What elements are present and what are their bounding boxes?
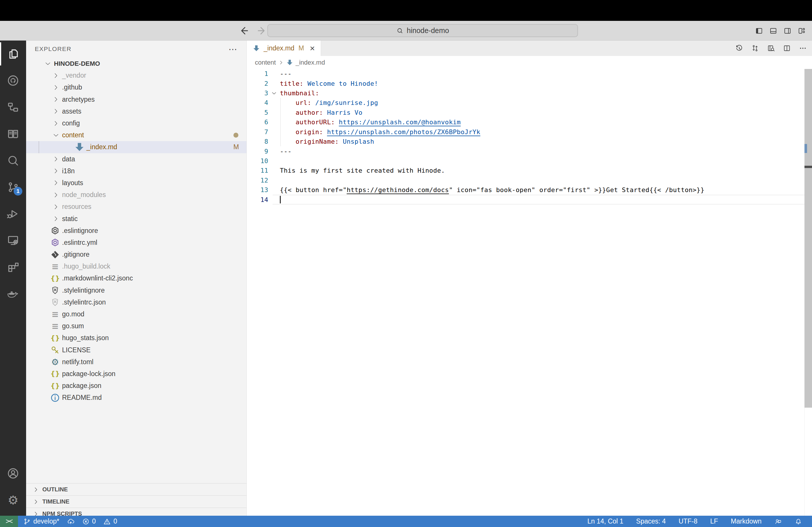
- tree-item-package-json[interactable]: {}package.json: [26, 380, 246, 392]
- fold-chevron-icon[interactable]: [271, 90, 277, 96]
- tree-item-static[interactable]: static: [26, 213, 246, 225]
- chevron-right-icon: [52, 84, 60, 91]
- tree-item--stylelintignore[interactable]: .stylelintignore: [26, 285, 246, 296]
- activitybar-account[interactable]: [0, 460, 26, 487]
- activitybar-github[interactable]: [0, 67, 26, 94]
- breadcrumb-folder[interactable]: content: [255, 59, 276, 66]
- breadcrumb-file[interactable]: _index.md: [295, 59, 325, 66]
- open-preview-icon[interactable]: [767, 44, 775, 52]
- tree-item-archetypes[interactable]: archetypes: [26, 94, 246, 105]
- tree-item--github[interactable]: .github: [26, 81, 246, 93]
- code-line-11[interactable]: 11This is my first site created with Hin…: [247, 166, 812, 175]
- code-line-14[interactable]: 14: [247, 195, 812, 204]
- code-line-5[interactable]: 5 author: Harris Vo: [247, 108, 812, 117]
- activitybar-settings-gear[interactable]: ⚙︎: [0, 487, 26, 513]
- command-center[interactable]: hinode-demo: [267, 24, 578, 37]
- tree-item-resources[interactable]: resources: [26, 201, 246, 213]
- toggle-secondary-sidebar-icon[interactable]: [784, 27, 792, 35]
- tree-item-readme-md[interactable]: README.md: [26, 392, 246, 404]
- code-line-4[interactable]: 4 url: /img/sunrise.jpg: [247, 98, 812, 107]
- activitybar-extensions[interactable]: [0, 254, 26, 281]
- tree-item-data[interactable]: data: [26, 153, 246, 165]
- code-editor[interactable]: 1---2title: Welcome to Hinode!3thumbnail…: [247, 69, 812, 516]
- history-icon[interactable]: [735, 44, 743, 52]
- tree-item-go-sum[interactable]: ≡go.sum: [26, 320, 246, 332]
- section-timeline[interactable]: TIMELINE: [26, 495, 246, 508]
- more-actions-icon[interactable]: [799, 44, 807, 52]
- tree-item--vendor[interactable]: _vendor: [26, 70, 246, 81]
- run-debug-icon: [7, 208, 19, 220]
- tab-index-md[interactable]: _index.md M ×: [247, 41, 321, 56]
- code-line-2[interactable]: 2title: Welcome to Hinode!: [247, 78, 812, 88]
- tree-item-hugo-stats-json[interactable]: {}hugo_stats.json: [26, 332, 246, 344]
- activitybar-search[interactable]: [0, 147, 26, 174]
- activitybar-docker[interactable]: [0, 281, 26, 307]
- tree-root-hinode-demo[interactable]: HINODE-DEMO: [26, 58, 246, 70]
- close-icon[interactable]: ×: [310, 44, 315, 53]
- tree-item--gitignore[interactable]: .gitignore: [26, 249, 246, 260]
- tree-item-layouts[interactable]: layouts: [26, 177, 246, 189]
- views-more-actions-icon[interactable]: ⋯: [229, 44, 238, 54]
- item-label: archetypes: [62, 95, 95, 103]
- toggle-panel-icon[interactable]: [769, 27, 777, 35]
- status-publish-changes[interactable]: [67, 518, 74, 525]
- status-notifications[interactable]: [795, 518, 802, 525]
- code-line-3[interactable]: 3thumbnail:: [247, 88, 812, 98]
- item-label: _vendor: [62, 72, 86, 79]
- activitybar-remote-explorer[interactable]: [0, 227, 26, 254]
- code-line-10[interactable]: 10: [247, 156, 812, 166]
- tree-item-config[interactable]: config: [26, 117, 246, 129]
- status-errors[interactable]: 0: [82, 517, 96, 525]
- tree-item-content[interactable]: content: [26, 129, 246, 141]
- current-line-highlight: [273, 195, 812, 204]
- account-icon: [7, 467, 19, 480]
- tree-item-netlify-toml[interactable]: ⚙︎netlify.toml: [26, 356, 246, 368]
- status-encoding[interactable]: UTF-8: [679, 517, 697, 525]
- activitybar-source-control[interactable]: 1: [0, 174, 26, 200]
- tree-item--stylelintrc-json[interactable]: .stylelintrc.json: [26, 296, 246, 308]
- activitybar-explorer[interactable]: [0, 41, 26, 67]
- chevron-right-icon: [32, 498, 40, 505]
- section-npm-scripts[interactable]: NPM SCRIPTS: [26, 508, 246, 516]
- status-git-branch[interactable]: develop*: [23, 517, 59, 525]
- open-changes-icon[interactable]: [751, 44, 759, 52]
- code-line-12[interactable]: 12: [247, 176, 812, 185]
- forward-button[interactable]: [257, 26, 267, 36]
- activitybar-book[interactable]: [0, 121, 26, 147]
- tree-item--hugo-build-lock[interactable]: ≡.hugo_build.lock: [26, 260, 246, 272]
- section-outline[interactable]: OUTLINE: [26, 483, 246, 495]
- tree-item--markdownlint-cli2-jsonc[interactable]: {}.markdownlint-cli2.jsonc: [26, 272, 246, 284]
- code-line-7[interactable]: 7 origin: https://unsplash.com/photos/ZX…: [247, 127, 812, 137]
- back-button[interactable]: [238, 26, 249, 36]
- activitybar-project-flow[interactable]: [0, 94, 26, 121]
- tree-item-assets[interactable]: assets: [26, 105, 246, 117]
- code-line-1[interactable]: 1---: [247, 69, 812, 78]
- tree-item-go-mod[interactable]: ≡go.mod: [26, 308, 246, 320]
- toggle-primary-sidebar-icon[interactable]: [755, 27, 763, 35]
- code-line-6[interactable]: 6 authorURL: https://unsplash.com/@hoanv…: [247, 117, 812, 127]
- tree-item--eslintignore[interactable]: .eslintignore: [26, 225, 246, 237]
- tree-item-package-lock-json[interactable]: {}package-lock.json: [26, 368, 246, 380]
- status-eol[interactable]: LF: [710, 517, 718, 525]
- customize-layout-icon[interactable]: [798, 27, 806, 35]
- split-editor-icon[interactable]: [783, 44, 791, 52]
- indent-guide: [280, 108, 281, 117]
- status-feedback[interactable]: [774, 518, 782, 525]
- status-indentation[interactable]: Spaces: 4: [636, 517, 666, 525]
- scrollbar-slider[interactable]: [804, 69, 812, 408]
- gutter: [268, 90, 280, 96]
- activitybar-run-debug[interactable]: [0, 200, 26, 227]
- code-line-13[interactable]: 13{{< button href="https://gethinode.com…: [247, 185, 812, 195]
- status-language-mode[interactable]: Markdown: [731, 517, 762, 525]
- status-warnings[interactable]: 0: [103, 517, 117, 525]
- tree-item-node-modules[interactable]: node_modules: [26, 189, 246, 201]
- code-line-9[interactable]: 9---: [247, 146, 812, 156]
- tree-item--eslintrc-yml[interactable]: .eslintrc.yml: [26, 237, 246, 249]
- remote-indicator[interactable]: ><: [0, 516, 18, 527]
- tree-item-i18n[interactable]: i18n: [26, 165, 246, 177]
- project-flow-icon: [7, 101, 19, 114]
- tree-item-license[interactable]: LICENSE: [26, 344, 246, 356]
- tree-item--index-md[interactable]: _index.mdM: [26, 141, 246, 153]
- status-cursor-position[interactable]: Ln 14, Col 1: [588, 517, 624, 525]
- code-line-8[interactable]: 8 originName: Unsplash: [247, 137, 812, 146]
